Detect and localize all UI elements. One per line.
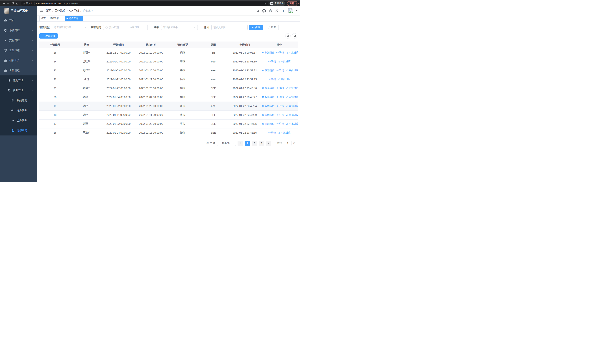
detail-action-link[interactable]: 详情 [276,51,284,54]
goto-page-input[interactable] [284,141,291,146]
progress-action-link[interactable]: 审批进度 [286,113,298,117]
detail-action-link[interactable]: 详情 [276,95,284,99]
detail-action-link[interactable]: 详情 [268,78,276,81]
sidebar-item-workflow[interactable]: 工作流程 [0,65,37,75]
create-leave-button[interactable]: 发起请假 [39,33,58,38]
leave-type-select[interactable]: 请选择请假类型 [52,25,89,30]
delete-icon [262,51,264,54]
detail-action-link[interactable]: 详情 [276,86,284,90]
delete-icon [262,69,264,72]
detail-action-link[interactable]: 详情 [276,113,284,117]
browser-toolbar: 不安全 dashboard.yudao.iocoder.cn/bpm/oa/le… [0,0,300,6]
tab-process-detail[interactable]: 流程详情× [48,16,64,21]
sidebar-item-done-tasks[interactable]: 已办任务 [0,115,37,125]
sidebar-item-payment[interactable]: ¥支付管理 [0,35,37,45]
progress-action-link[interactable]: 审批进度 [286,86,298,90]
sidebar-item-home[interactable]: 首页 [0,15,37,25]
detail-action-link[interactable]: 详情 [276,69,284,72]
search-button[interactable]: 搜索 [249,25,263,30]
cancel-action-link[interactable]: 取消请假 [262,104,274,108]
breadcrumb-separator: / [80,9,81,12]
tab-leave-query[interactable]: 请假查询× [65,16,83,21]
table-row-20: 20处理中2022-01-04 00:00:002022-01-04 00:00… [39,93,298,102]
reload-icon [11,2,14,5]
cancel-action-link[interactable]: 取消请假 [262,113,274,117]
progress-action-link[interactable]: 审批进度 [286,122,298,125]
cancel-action-link[interactable]: 取消请假 [262,95,274,99]
progress-action-link[interactable]: 审批进度 [278,78,291,81]
dashboard-icon [4,19,7,22]
reason-input[interactable] [211,25,248,30]
cell-status: 处理中 [71,84,102,93]
cancel-action-link[interactable]: 取消请假 [262,86,274,90]
breadcrumb-item[interactable]: OA 示例 [69,9,79,12]
toggle-search-button[interactable] [285,33,291,38]
chevron-down-icon [31,39,34,42]
search-icon[interactable] [256,9,259,12]
apply-time-range-picker[interactable]: 开始日期 - 结束日期 [103,25,148,30]
progress-action-link[interactable]: 审批进度 [278,60,291,63]
browser-menu-icon[interactable] [295,2,298,5]
help-icon[interactable]: ? [269,9,272,12]
reset-button[interactable]: 重置 [265,25,279,30]
progress-action-link[interactable]: 审批进度 [286,95,298,99]
sidebar-item-devtools[interactable]: 研发工具 [0,56,37,65]
sidebar-item-process-mgmt[interactable]: 流程管理 [0,75,37,85]
app-logo[interactable]: 芋道管理系统 [0,6,37,15]
cell-status: 已取消 [71,57,102,66]
next-page-button[interactable] [266,141,271,146]
cancel-action-link[interactable]: 取消请假 [262,69,274,72]
cancel-action-link[interactable]: 取消请假 [262,51,274,54]
detail-action-link[interactable]: 详情 [268,131,276,134]
progress-action-link[interactable]: 审批进度 [286,51,298,54]
progress-action-link[interactable]: 审批进度 [286,69,298,72]
divider [34,2,35,5]
cell-status: 处理中 [71,102,102,111]
breadcrumb-item[interactable]: 首页 [46,9,51,12]
github-icon[interactable] [262,9,266,13]
column-header: 原因 [198,42,228,48]
close-icon[interactable]: × [60,17,62,20]
bookmark-star-icon[interactable] [263,2,266,5]
cell-applied: 2022-01-22 23:49:46 [228,84,261,93]
page-button-2[interactable]: 2 [252,141,257,146]
sidebar-item-todo-tasks[interactable]: 待办任务 [0,105,37,115]
detail-action-link[interactable]: 详情 [276,104,284,108]
eye-icon [276,96,279,98]
page-size-select[interactable]: 10条/页 [217,141,236,146]
sidebar-item-my-process[interactable]: 我的流程 [0,95,37,105]
progress-action-link[interactable]: 审批进度 [286,104,298,108]
column-header: 请假类型 [167,42,198,48]
browser-reload-button[interactable] [10,1,15,6]
prev-page-button[interactable] [238,141,243,146]
browser-back-button[interactable] [1,1,6,6]
result-select[interactable]: 请选择流结果 [161,25,198,30]
cell-start: 2021-12-27 00:00:00 [102,48,135,57]
browser-home-button[interactable] [15,1,19,6]
address-bar[interactable]: 不安全 dashboard.yudao.iocoder.cn/bpm/oa/le… [21,1,268,6]
browser-update-button[interactable]: 更新 [287,1,299,6]
refresh-table-button[interactable] [292,33,297,38]
tree-list-icon [7,79,11,82]
breadcrumb-item[interactable]: 工作流程 [55,9,65,12]
sidebar-item-task-mgmt[interactable]: 任务管理 [0,85,37,95]
sidebar-item-system[interactable]: 系统管理 [0,25,37,35]
page-button-3[interactable]: 3 [259,141,264,146]
cell-applied: 2022-01-22 23:53:35 [228,57,261,66]
close-icon[interactable]: × [79,17,81,20]
page-button-1[interactable]: 1 [244,141,250,146]
detail-action-link[interactable]: 详情 [276,122,284,125]
fullscreen-icon[interactable] [275,9,279,12]
avatar-caret-icon[interactable] [296,10,298,11]
font-size-icon[interactable]: TT [281,9,284,12]
progress-action-link[interactable]: 审批进度 [278,131,291,134]
tab-home[interactable]: 首页 [39,16,47,21]
browser-forward-button[interactable] [6,1,10,6]
cancel-action-link[interactable]: 取消请假 [262,122,274,125]
cell-end: 2022-01-04 00:00:00 [135,93,167,102]
sidebar-item-leave-query[interactable]: 请假查询 [0,125,37,135]
sidebar-collapse-button[interactable] [37,9,46,12]
avatar[interactable] [287,7,294,14]
detail-action-link[interactable]: 详情 [268,60,276,63]
sidebar-item-infra[interactable]: 基础设施 [0,45,37,56]
